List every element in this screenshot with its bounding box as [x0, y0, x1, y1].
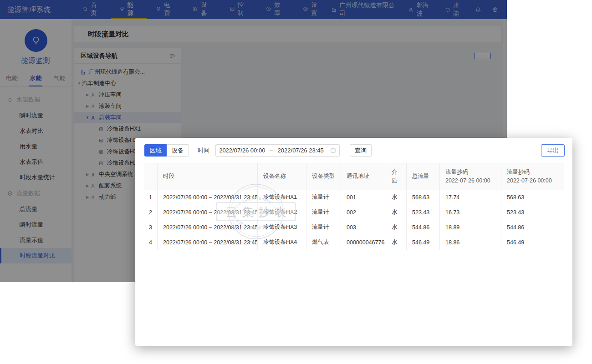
cell-device-type: 燃气表 [306, 235, 341, 250]
cell-period: 2022/07/26 00:00 – 2022/08/31 23:45 [157, 190, 257, 205]
cell-total-flow: 546.49 [406, 235, 439, 250]
tab-device[interactable]: 设备 [167, 144, 189, 157]
col-medium: 介质 [386, 163, 406, 190]
cell-comm-address: 003 [341, 220, 386, 235]
date-range-picker[interactable]: 2022/07/26 00:00 – 2022/07/26 23:45 [215, 144, 340, 157]
cell-device-name: 冷饰设备HX1 [257, 190, 306, 205]
cell-device-type: 流量计 [306, 190, 341, 205]
cell-device-name: 冷饰设备HX4 [257, 235, 306, 250]
col-comm-address: 通讯地址 [341, 163, 386, 190]
screen: 能源管理系统 首页 能源 电费 设备 [0, 0, 592, 364]
cell-comm-address: 002 [341, 205, 386, 220]
cell-period: 2022/07/26 00:00 – 2022/08/31 23:45 [157, 220, 257, 235]
cell-total-flow: 523.43 [406, 205, 439, 220]
table-row[interactable]: 1 2022/07/26 00:00 – 2022/08/31 23:45 冷饰… [144, 190, 564, 205]
cell-flow-code-1: 18.86 [439, 235, 501, 250]
flow-compare-table: 时段 设备名称 设备类型 通讯地址 介质 总流量 流量抄码2022-07-26 … [144, 163, 564, 250]
col-device-name: 设备名称 [257, 163, 306, 190]
flow-compare-modal: 区域 设备 时间 2022/07/26 00:00 – 2022/07/26 2… [135, 138, 572, 346]
cell-period: 2022/07/26 00:00 – 2022/08/31 23:45 [157, 205, 257, 220]
col-flow-code-2: 流量抄码2022-07-26 00:00 [501, 163, 564, 190]
cell-index: 3 [144, 220, 157, 235]
cell-flow-code-2: 523.43 [501, 205, 564, 220]
cell-total-flow: 544.86 [406, 220, 439, 235]
date-separator: – [270, 147, 273, 154]
date-end: 2022/07/26 23:45 [278, 147, 324, 154]
cell-medium: 水 [386, 235, 406, 250]
cell-device-name: 冷饰设备HX2 [257, 205, 306, 220]
cell-flow-code-1: 18.89 [439, 220, 501, 235]
cell-comm-address: 001 [341, 190, 386, 205]
col-index [144, 163, 157, 190]
date-start: 2022/07/26 00:00 [219, 147, 265, 154]
calendar-icon [330, 147, 336, 153]
cell-index: 4 [144, 235, 157, 250]
col-period: 时段 [157, 163, 257, 190]
cell-device-name: 冷饰设备HX3 [257, 220, 306, 235]
table-row[interactable]: 2 2022/07/26 00:00 – 2022/08/31 23:45 冷饰… [144, 205, 564, 220]
time-label: 时间 [198, 147, 209, 155]
col-flow-code-1: 流量抄码2022-07-26 00:00 [439, 163, 501, 190]
cell-medium: 水 [386, 205, 406, 220]
cell-comm-address: 000000046776 [341, 235, 386, 250]
cell-flow-code-2: 544.86 [501, 220, 564, 235]
cell-device-type: 流量计 [306, 220, 341, 235]
table-header-row: 时段 设备名称 设备类型 通讯地址 介质 总流量 流量抄码2022-07-26 … [144, 163, 564, 190]
cell-medium: 水 [386, 220, 406, 235]
cell-flow-code-1: 17.74 [439, 190, 501, 205]
query-button[interactable]: 查询 [350, 144, 372, 157]
cell-period: 2022/07/26 00:00 – 2022/08/31 23:45 [157, 235, 257, 250]
col-device-type: 设备类型 [306, 163, 341, 190]
export-button[interactable]: 导出 [541, 144, 565, 157]
mode-tabs: 区域 设备 [144, 144, 189, 157]
cell-total-flow: 568.63 [406, 190, 439, 205]
cell-device-type: 流量计 [306, 205, 341, 220]
modal-toolbar: 区域 设备 时间 2022/07/26 00:00 – 2022/07/26 2… [135, 138, 572, 157]
table-row[interactable]: 4 2022/07/26 00:00 – 2022/08/31 23:45 冷饰… [144, 235, 564, 250]
col-total-flow: 总流量 [406, 163, 439, 190]
cell-flow-code-1: 16.73 [439, 205, 501, 220]
cell-index: 2 [144, 205, 157, 220]
cell-flow-code-2: 546.49 [501, 235, 564, 250]
cell-index: 1 [144, 190, 157, 205]
tab-region[interactable]: 区域 [144, 144, 167, 157]
table-row[interactable]: 3 2022/07/26 00:00 – 2022/08/31 23:45 冷饰… [144, 220, 564, 235]
cell-flow-code-2: 568.63 [501, 190, 564, 205]
cell-medium: 水 [386, 190, 406, 205]
